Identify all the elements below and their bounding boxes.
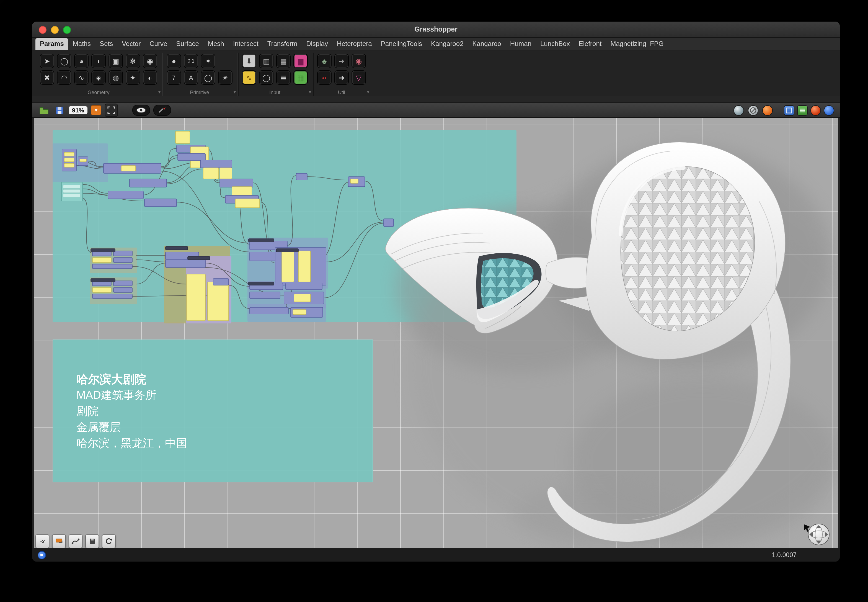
viewport-settings-icon[interactable] [784,105,794,115]
ribbon-component-icon[interactable]: ◐ [143,70,157,85]
ribbon-component-icon[interactable]: ▆ [293,54,308,68]
menu-tab-heteroptera[interactable]: Heteroptera [333,38,376,50]
ribbon-component-icon[interactable]: ◠ [57,70,71,85]
ribbon-component-icon[interactable]: A [184,70,198,85]
ribbon-component-icon[interactable]: ● [167,54,181,68]
close-window-icon[interactable] [39,26,46,34]
window-title: Grasshopper [414,26,457,33]
ribbon-component-icon[interactable]: ➤ [40,54,54,68]
ribbon-component-icon[interactable]: ◗ [91,54,106,68]
ribbon-component-icon[interactable]: ◈ [91,70,106,85]
draw-icons-toggle[interactable]: -x [35,534,49,548]
menu-bar: ParamsMathsSetsVectorCurveSurfaceMeshInt… [32,38,840,51]
ribbon-component-icon[interactable]: ✶ [201,54,215,68]
preview-off-icon[interactable] [748,105,758,115]
layers-icon[interactable] [797,105,808,115]
canvas-mini-toolbar: -x [35,534,116,548]
ribbon-group-label: Geometry▾ [40,89,157,96]
paint-roller-icon[interactable] [52,534,66,548]
ribbon-group-expand-icon[interactable]: ▾ [234,90,236,95]
view-trackball[interactable] [804,524,829,545]
ribbon-component-icon[interactable]: ▦ [293,70,308,85]
preview-eye-icon[interactable] [132,105,150,116]
ribbon-component-icon[interactable]: ➜ [334,54,349,68]
window-controls [39,26,71,34]
save-file-icon[interactable] [53,104,65,116]
ribbon-component-icon[interactable]: ▣ [109,54,123,68]
ribbon-group-expand-icon[interactable]: ▾ [158,90,161,95]
maximize-window-icon[interactable] [63,26,71,34]
ribbon-component-icon[interactable]: ⇓ [242,54,256,68]
ribbon-group-label: Util▾ [317,89,366,96]
open-file-icon[interactable] [38,104,50,116]
ribbon-component-icon[interactable]: ▥ [259,54,273,68]
ribbon-component-icon[interactable]: ▽ [351,70,366,85]
grasshopper-canvas[interactable]: 哈尔滨大剧院MAD建筑事务所剧院金属覆层哈尔滨，黑龙江，中国 [34,118,838,548]
menu-tab-lunchbox[interactable]: LunchBox [536,38,574,50]
ribbon-component-icon[interactable]: ◉ [351,54,366,68]
solver-icon[interactable] [824,105,834,115]
status-bar: 1.0.0007 [32,548,840,562]
menu-tab-intersect[interactable]: Intersect [229,38,263,50]
sphere-preview-icon[interactable] [733,105,744,115]
ribbon-component-icon[interactable]: ◯ [201,70,215,85]
shaded-preview-icon[interactable] [762,105,773,115]
zoom-level[interactable]: 91% [69,106,87,114]
ribbon-component-icon[interactable]: ◯ [57,54,71,68]
ribbon-component-icon[interactable]: ✴ [218,70,233,85]
zoom-extents-icon[interactable] [104,104,118,117]
ribbon-component-icon[interactable]: ♣ [317,54,331,68]
ribbon-group-primitive: ●0.1✶7A◯✴Primitive▾ [163,52,238,96]
menu-tab-surface[interactable]: Surface [172,38,204,50]
keyboard-status-icon[interactable] [38,551,46,559]
menu-tab-sets[interactable]: Sets [95,38,117,50]
zoom-dropdown-icon[interactable]: ▼ [91,105,101,115]
ribbon-group-util: ♣➜◉●●➜▽Util▾ [313,52,371,96]
wire-display-icon[interactable] [69,534,83,548]
menu-tab-human[interactable]: Human [506,38,536,50]
ribbon-component-icon[interactable]: ◯ [259,70,273,85]
menu-tab-mesh[interactable]: Mesh [204,38,229,50]
ribbon-component-icon[interactable]: ✖ [40,70,54,85]
menu-tab-maths[interactable]: Maths [68,38,95,50]
ribbon-component-icon[interactable]: ∿ [74,70,89,85]
ribbon-component-icon[interactable]: ◉ [143,54,157,68]
save-state-icon[interactable] [85,534,99,548]
ribbon-component-icon[interactable]: ∿ [242,70,256,85]
ribbon-group-expand-icon[interactable]: ▾ [367,90,369,95]
menu-tab-params[interactable]: Params [35,38,68,50]
ribbon-component-icon[interactable]: ▤ [276,54,291,68]
ribbon-component-icon[interactable]: ➜ [334,70,349,85]
desktop: Grasshopper ParamsMathsSetsVectorCurveSu… [0,0,868,602]
recompute-icon[interactable] [102,534,116,548]
bake-icon[interactable] [810,105,821,115]
ribbon-group-expand-icon[interactable]: ▾ [309,90,311,95]
ribbon-component-icon[interactable]: 7 [167,70,181,85]
menu-tab-display[interactable]: Display [302,38,333,50]
version-label: 1.0.0007 [772,551,797,558]
ribbon-component-icon[interactable]: ✦ [126,70,140,85]
menu-tab-panelingtools[interactable]: PanelingTools [376,38,426,50]
menu-tab-kangaroo2[interactable]: Kangaroo2 [426,38,468,50]
ribbon-component-icon[interactable]: ✻ [126,54,140,68]
menu-tab-magnetizing_fpg[interactable]: Magnetizing_FPG [606,38,668,50]
menu-tab-elefront[interactable]: Elefront [574,38,606,50]
ribbon-group-geometry: ➤◯◕◗▣✻◉✖◠∿◈◍✦◐Geometry▾ [37,52,163,96]
ribbon-component-icon[interactable]: ≣ [276,70,291,85]
menu-tab-curve[interactable]: Curve [145,38,172,50]
canvas-toolbar: 91% ▼ [32,103,840,118]
menu-tab-transform[interactable]: Transform [263,38,302,50]
rhino-3d-preview [34,118,838,548]
ribbon-component-icon[interactable]: ◕ [74,54,89,68]
ribbon-component-icon[interactable]: ●● [317,70,331,85]
menu-tab-kangaroo[interactable]: Kangaroo [468,38,506,50]
menu-tab-vector[interactable]: Vector [117,38,145,50]
paintbrush-icon[interactable] [153,105,171,116]
ribbon-spacer [32,96,840,103]
ribbon-group-label: Primitive▾ [167,89,233,96]
ribbon-component-icon[interactable]: ◍ [109,70,123,85]
ribbon-group-label: Input▾ [242,89,308,96]
ribbon-component-icon[interactable]: 0.1 [184,54,198,68]
minimize-window-icon[interactable] [51,26,59,34]
ribbon-group-input: ⇓▥▤▆∿◯≣▦Input▾ [238,52,313,96]
